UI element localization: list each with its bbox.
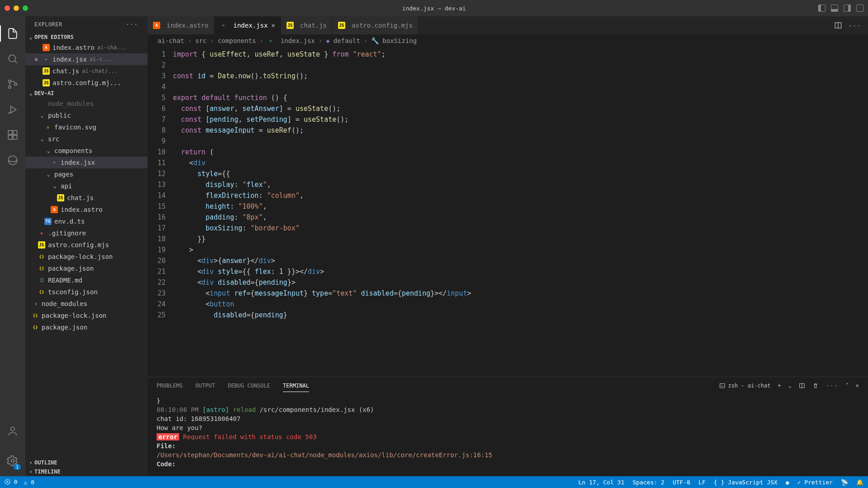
errors-status[interactable]: ⓧ 0 (5, 478, 18, 486)
extensions-tab[interactable] (0, 122, 25, 148)
tree-item[interactable]: node_modules (25, 98, 148, 110)
open-editor-item[interactable]: A index.astro ai-cha... (25, 42, 148, 53)
close-panel-icon[interactable]: × (856, 383, 859, 389)
editor-tab[interactable]: Aindex.astro (148, 16, 215, 34)
tree-item[interactable]: ›node_modules (25, 298, 148, 310)
tree-item[interactable]: JSchat.js (25, 192, 148, 204)
customize-layout-icon[interactable] (856, 5, 863, 12)
tree-item[interactable]: ⚛index.jsx (25, 157, 148, 168)
explorer-tab[interactable] (0, 21, 25, 46)
tree-item[interactable]: ⌄components (25, 145, 148, 157)
split-terminal-icon[interactable] (799, 383, 805, 389)
tree-item[interactable]: ⌄public (25, 110, 148, 121)
code-content[interactable]: import { useEffect, useRef, useState } f… (173, 47, 818, 377)
git-icon: ◆ (38, 230, 45, 237)
notifications-icon[interactable]: 🔔 (856, 479, 863, 486)
svg-icon: ◇ (44, 124, 52, 131)
more-icon[interactable]: ··· (826, 383, 839, 389)
svg-point-4 (9, 113, 10, 114)
code-editor[interactable]: 1234567891011121314151617181920212223242… (148, 47, 868, 377)
chevron-icon: ⌄ (44, 148, 52, 154)
breadcrumb[interactable]: ai-chat› src› components› ⚛ index.jsx› ◈… (148, 34, 868, 47)
tree-item[interactable]: ⓘREADME.md (25, 274, 148, 286)
close-tab-icon[interactable]: × (272, 22, 275, 29)
open-editors-section[interactable]: ⌄ OPEN EDITORS (25, 33, 148, 42)
chevron-down-icon: ⌄ (28, 34, 33, 40)
tree-item[interactable]: {}package-lock.json (25, 251, 148, 263)
toggle-sidebar-icon[interactable] (818, 5, 825, 12)
more-icon[interactable]: ··· (126, 21, 138, 28)
indent-status[interactable]: Spaces: 2 (633, 479, 664, 486)
warnings-status[interactable]: ⚠ 0 (24, 479, 34, 486)
outline-section[interactable]: › OUTLINE (25, 458, 148, 467)
toggle-secondary-icon[interactable] (844, 5, 851, 12)
editor-tab[interactable]: ⚛index.jsx× (215, 16, 281, 34)
project-section[interactable]: ⌄ DEV-AI (25, 89, 148, 98)
minimize-window[interactable] (14, 5, 19, 11)
cursor-position[interactable]: Ln 17, Col 31 (578, 479, 625, 486)
more-icon[interactable]: ··· (849, 22, 862, 29)
run-debug-tab[interactable] (0, 97, 25, 122)
astro-icon: A (51, 206, 58, 213)
minimap[interactable] (818, 47, 868, 377)
accounts-tab[interactable] (0, 418, 25, 444)
json-icon: {} (32, 312, 39, 319)
new-terminal-icon[interactable]: + (778, 383, 781, 389)
timeline-section[interactable]: › TIMELINE (25, 467, 148, 476)
terminal-shell[interactable]: zsh - ai-chat (719, 383, 771, 389)
tree-item[interactable]: ◆.gitignore (25, 227, 148, 239)
tree-item[interactable]: {}package.json (25, 263, 148, 274)
settings-tab[interactable]: 1 (0, 448, 25, 474)
toggle-panel-icon[interactable] (831, 5, 838, 12)
open-editor-item[interactable]: JS astro.config.mj... (25, 77, 148, 89)
svg-point-11 (11, 459, 14, 463)
open-editor-item[interactable]: JS chat.js ai-chat/... (25, 65, 148, 77)
tree-item[interactable]: ◇favicon.svg (25, 121, 148, 133)
maximize-window[interactable] (23, 5, 28, 11)
source-control-tab[interactable] (0, 72, 25, 97)
tree-item[interactable]: TSenv.d.ts (25, 215, 148, 227)
window-controls (5, 5, 28, 11)
svg-point-2 (9, 86, 11, 88)
symbol-icon: ◈ (326, 37, 329, 44)
tree-item[interactable]: JSastro.config.mjs (25, 239, 148, 251)
prettier-status[interactable]: ✓ Prettier (797, 479, 833, 486)
svg-point-3 (14, 83, 17, 85)
tree-item[interactable]: {}tsconfig.json (25, 286, 148, 298)
tree-item[interactable]: ⌄src (25, 133, 148, 145)
md-icon: ⓘ (38, 277, 45, 284)
tree-item[interactable]: Aindex.astro (25, 204, 148, 215)
svg-point-1 (9, 80, 11, 82)
copilot-icon[interactable]: ◉ (786, 479, 789, 486)
file-tree: node_modules⌄public◇favicon.svg⌄src⌄comp… (25, 98, 148, 458)
terminal-dropdown-icon[interactable]: ⌄ (788, 383, 792, 389)
tree-item[interactable]: {}package-lock.json (25, 310, 148, 321)
split-editor-icon[interactable] (834, 21, 842, 29)
tree-item[interactable]: {}package.json (25, 321, 148, 333)
feedback-icon[interactable]: 📡 (841, 479, 848, 486)
eol-status[interactable]: LF (698, 479, 706, 486)
panel-tab-debug[interactable]: DEBUG CONSOLE (228, 380, 270, 392)
edge-tab[interactable] (0, 148, 25, 173)
close-window[interactable] (5, 5, 10, 11)
close-icon[interactable]: × (34, 56, 43, 63)
open-editor-item[interactable]: × ⚛ index.jsx ai-c... (25, 53, 148, 65)
terminal-output[interactable]: } 08:10:06 PM [astro] reload /src/compon… (148, 394, 868, 476)
maximize-panel-icon[interactable]: ˄ (846, 383, 849, 389)
editor-tab[interactable]: JSchat.js (281, 16, 333, 34)
panel-tab-output[interactable]: OUTPUT (196, 380, 215, 392)
search-tab[interactable] (0, 46, 25, 72)
tree-item[interactable]: ⌄pages (25, 168, 148, 180)
astro-icon: A (153, 22, 160, 29)
svg-point-9 (8, 156, 17, 165)
panel-tab-problems[interactable]: PROBLEMS (157, 380, 183, 392)
layout-controls (818, 5, 863, 12)
language-status[interactable]: { } JavaScript JSX (714, 479, 777, 486)
editor-tab[interactable]: JSastro.config.mjs (333, 16, 419, 34)
panel-tab-terminal[interactable]: TERMINAL (283, 380, 309, 392)
react-icon: ⚛ (51, 159, 58, 166)
encoding-status[interactable]: UTF-8 (672, 479, 690, 486)
tree-item[interactable]: ⌄api (25, 180, 148, 192)
editor-area: Aindex.astro⚛index.jsx×JSchat.jsJSastro.… (148, 16, 868, 476)
kill-terminal-icon[interactable] (812, 383, 819, 389)
